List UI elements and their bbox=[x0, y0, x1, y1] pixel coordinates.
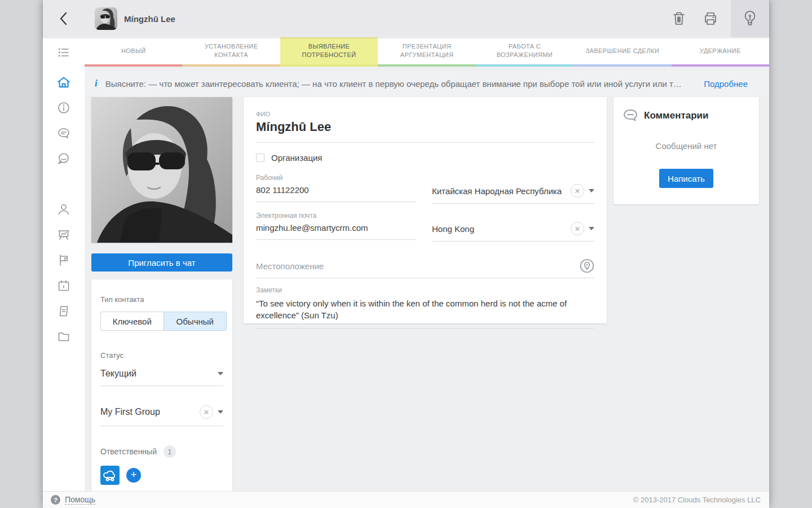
status-label: Статус bbox=[100, 351, 223, 360]
write-comment-button[interactable]: Написать bbox=[659, 169, 713, 188]
status-select[interactable]: Текущий bbox=[100, 369, 223, 386]
organization-checkbox-row[interactable]: Организация bbox=[256, 153, 594, 163]
status-value: Текущий bbox=[100, 369, 218, 379]
contact-type-regular-option[interactable]: Обычный bbox=[164, 312, 227, 331]
page-title: Míngzhū Lee bbox=[124, 14, 175, 24]
header-actions bbox=[663, 0, 769, 37]
sidebar-item-home[interactable] bbox=[57, 76, 70, 89]
add-responsible-button[interactable]: + bbox=[126, 468, 141, 483]
sidebar-item-goals[interactable] bbox=[57, 253, 70, 267]
contact-photo[interactable] bbox=[91, 97, 232, 243]
person-icon bbox=[57, 203, 70, 216]
tab-new[interactable]: НОВЫЙ bbox=[85, 37, 182, 67]
print-button[interactable] bbox=[695, 0, 726, 37]
comment-bubble-icon bbox=[623, 108, 638, 123]
cloud-logo-icon bbox=[103, 468, 117, 482]
group-value: My First Group bbox=[100, 407, 200, 417]
printer-icon bbox=[703, 11, 718, 26]
notes-field[interactable]: “To see victory only when it is within t… bbox=[256, 297, 594, 329]
organization-checkbox[interactable] bbox=[256, 154, 264, 162]
help-link[interactable]: ? Помощь bbox=[51, 495, 95, 505]
tab-objections[interactable]: РАБОТА С ВОЗРАЖЕНИЯМИ bbox=[476, 37, 573, 67]
contact-type-label: Тип контакта bbox=[100, 295, 223, 304]
tab-close-deal[interactable]: ЗАВЕРШЕНИЕ СДЕЛКИ bbox=[573, 37, 671, 67]
comments-panel: Комментарии Сообщений нет Написать bbox=[614, 97, 759, 204]
chevron-down-icon[interactable] bbox=[218, 410, 223, 414]
copyright-text: © 2013-2017 Clouds Technologies LLC bbox=[633, 496, 761, 504]
back-chevron-icon bbox=[58, 11, 69, 26]
avatar bbox=[95, 7, 117, 30]
contact-type-toggle: Ключевой Обычный bbox=[100, 312, 227, 331]
sidebar-item-notes[interactable] bbox=[57, 304, 70, 318]
info-icon bbox=[57, 101, 70, 115]
group-select[interactable]: My First Group ✕ bbox=[100, 405, 223, 426]
fio-value[interactable]: Míngzhū Lee bbox=[256, 120, 594, 134]
home-icon bbox=[57, 76, 70, 89]
hints-button[interactable] bbox=[731, 0, 769, 37]
sidebar-item-group-chat[interactable] bbox=[57, 152, 70, 165]
location-placeholder: Местоположение bbox=[256, 261, 580, 271]
flag-icon bbox=[57, 253, 70, 267]
clear-group-icon[interactable]: ✕ bbox=[200, 405, 213, 419]
calendar-icon bbox=[57, 279, 70, 292]
back-button[interactable] bbox=[51, 6, 77, 32]
contact-settings-card: Тип контакта Ключевой Обычный Статус Тек… bbox=[91, 279, 232, 491]
chevron-down-icon[interactable] bbox=[218, 372, 223, 375]
clear-country-icon[interactable]: ✕ bbox=[571, 184, 584, 198]
tab-retention[interactable]: УДЕРЖАНИЕ bbox=[672, 37, 769, 67]
info-italic-i-icon: i bbox=[95, 78, 98, 89]
location-pin-icon[interactable] bbox=[580, 259, 594, 273]
responsible-count-badge: 1 bbox=[164, 445, 176, 458]
sidebar-item-reports[interactable] bbox=[57, 228, 70, 242]
responsible-user-avatar[interactable] bbox=[100, 466, 120, 485]
email-field[interactable]: mingzhu.lee@smartycrm.com bbox=[256, 223, 416, 240]
phone-label: Рабочий bbox=[256, 174, 416, 182]
more-link[interactable]: Подробнее bbox=[704, 79, 748, 89]
email-label: Электронная почта bbox=[256, 212, 416, 220]
location-field[interactable]: Местоположение bbox=[256, 259, 594, 278]
chevron-down-icon[interactable] bbox=[589, 189, 594, 192]
top-bar: Míngzhū Lee bbox=[43, 0, 769, 37]
sidebar-item-calendar[interactable] bbox=[57, 279, 70, 292]
help-label: Помощь bbox=[65, 495, 95, 505]
city-value: Hong Kong bbox=[432, 224, 571, 234]
list-icon bbox=[57, 46, 70, 59]
folder-icon bbox=[57, 330, 70, 343]
app-window: Míngzhū Lee bbox=[43, 0, 769, 508]
stage-hint-text: Выясните: — что может заинтересовать кли… bbox=[105, 79, 681, 89]
contact-details-card: ФИО Míngzhū Lee Организация Рабочий 802 … bbox=[244, 97, 607, 323]
fio-label: ФИО bbox=[256, 111, 594, 117]
lightbulb-icon bbox=[743, 10, 757, 27]
side-nav bbox=[43, 37, 85, 491]
clear-city-icon[interactable]: ✕ bbox=[571, 222, 584, 235]
tab-identify-needs[interactable]: ВЫЯВЛЕНИЕ ПОТРЕБНОСТЕЙ bbox=[280, 37, 378, 67]
sidebar-item-files[interactable] bbox=[57, 330, 70, 343]
footer: ? Помощь © 2013-2017 Clouds Technologies… bbox=[43, 491, 769, 508]
comments-empty-text: Сообщений нет bbox=[623, 141, 750, 151]
city-select[interactable]: Hong Kong ✕ bbox=[432, 212, 594, 242]
organization-label: Организация bbox=[271, 153, 322, 163]
stage-hint-bar: i Выясните: — что может заинтересовать к… bbox=[85, 71, 769, 96]
phone-field[interactable]: 802 11122200 bbox=[256, 185, 416, 202]
tab-establish-contact[interactable]: УСТАНОВЛЕНИЕ КОНТАКТА bbox=[182, 37, 280, 67]
contact-type-key-option[interactable]: Ключевой bbox=[100, 312, 164, 331]
tab-presentation[interactable]: ПРЕЗЕНТАЦИЯ АРГУМЕНТАЦИЯ bbox=[378, 37, 475, 67]
presentation-icon bbox=[57, 228, 70, 242]
country-select[interactable]: Китайская Народная Республика ✕ bbox=[432, 174, 594, 204]
trash-icon bbox=[672, 11, 686, 26]
invite-to-chat-button[interactable]: Пригласить в чат bbox=[91, 253, 232, 271]
sidebar-item-info[interactable] bbox=[57, 101, 70, 115]
country-value: Китайская Народная Республика bbox=[432, 186, 571, 196]
sidebar-item-list[interactable] bbox=[57, 46, 70, 59]
document-icon bbox=[57, 304, 70, 318]
responsible-label: Ответственный bbox=[100, 447, 157, 456]
sidebar-item-chat[interactable] bbox=[57, 126, 70, 140]
sales-stage-tabs: НОВЫЙ УСТАНОВЛЕНИЕ КОНТАКТА ВЫЯВЛЕНИЕ ПО… bbox=[85, 37, 769, 67]
notes-label: Заметки bbox=[256, 286, 594, 294]
sidebar-item-contacts[interactable] bbox=[57, 203, 70, 216]
chevron-down-icon[interactable] bbox=[589, 227, 594, 230]
question-icon: ? bbox=[51, 495, 60, 505]
group-chat-icon bbox=[57, 152, 70, 165]
delete-button[interactable] bbox=[663, 0, 695, 37]
comments-title: Комментарии bbox=[644, 110, 708, 121]
